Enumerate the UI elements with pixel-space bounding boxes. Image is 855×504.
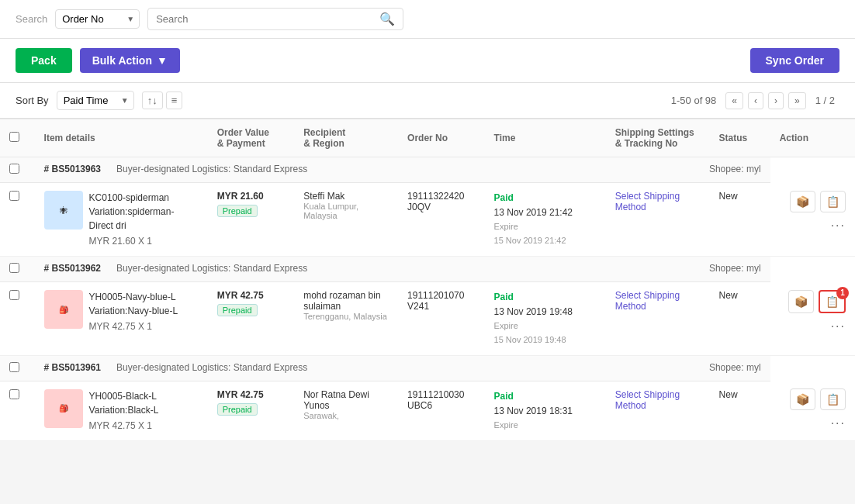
select-all-checkbox[interactable] [9,132,19,142]
time-status: Paid [494,290,597,305]
group-header-cb-cell [0,157,35,183]
copy-icon-button[interactable]: 📋 [820,388,846,410]
row-checkbox-1-0[interactable] [9,290,19,300]
pack-icon-button[interactable]: 📦 [790,191,815,212]
payment-badge: Prepaid [217,403,258,416]
value-cell: MYR 21.60 Prepaid [208,183,295,257]
group-id: # BS5013961 [44,362,101,373]
header-status: Status [710,119,770,157]
order-no: 19111322420 J0QV [407,191,476,212]
recipient-cell: mohd rozaman bin sulaiman Terengganu, Ma… [294,282,398,356]
copy-icon-button[interactable]: 📋 [820,191,846,212]
order-no-cell: 19111201070 V241 [398,282,485,356]
pack-icon-button[interactable]: 📦 [790,388,815,410]
order-no: 19111201070 V241 [407,290,476,312]
status-cell: New [710,381,770,440]
recipient-cell: Steffi Mak Kuala Lumpur, Malaysia [294,183,398,257]
more-button[interactable]: ··· [831,416,846,430]
header-recipient: Recipient& Region [294,119,398,157]
nav-last-button[interactable]: » [788,92,806,109]
product-name: YH0005-Navy-blue-L Variation:Navy-blue-L [89,290,199,318]
more-button[interactable]: ··· [831,319,846,333]
search-input-wrap: 🔍 [147,8,403,30]
recipient-cell: Nor Ratna Dewi Yunos Sarawak, [294,381,398,440]
order-value: MYR 42.75 [217,290,286,301]
group-logistics: Buyer-designated Logistics: Standard Exp… [116,263,307,274]
sync-order-button[interactable]: Sync Order [750,48,839,73]
select-shipping-link[interactable]: Select Shipping Method [615,191,680,212]
search-input[interactable] [156,13,379,25]
time-cell: Paid 13 Nov 2019 18:31 Expire [485,381,606,440]
pagination: 1-50 of 98 « ‹ › » 1 / 2 [666,92,839,109]
row-checkbox-0-0[interactable] [9,191,19,201]
payment-badge: Prepaid [217,205,258,217]
search-button[interactable]: 🔍 [379,12,395,26]
sort-asc-button[interactable]: ↑↓ [142,91,163,109]
time-main: 13 Nov 2019 21:42 [494,205,597,220]
sort-select[interactable]: Paid Time Order No Item Name [64,95,127,106]
row-checkbox-cell [0,381,35,440]
group-id: # BS5013963 [44,164,101,174]
group-checkbox-1[interactable] [9,263,19,273]
nav-next-button[interactable]: › [768,92,784,109]
time-cell: Paid 13 Nov 2019 19:48 Expire 15 Nov 201… [485,282,606,356]
group-checkbox-0[interactable] [9,164,19,174]
bulk-action-button[interactable]: Bulk Action ▼ [80,48,180,73]
select-shipping-link[interactable]: Select Shipping Method [615,389,680,411]
header-order-value: Order Value& Payment [208,119,295,157]
toolbar: Pack Bulk Action ▼ Sync Order [0,39,855,83]
order-type-select-wrap: Order No Item Name Buyer Name ▼ [55,9,140,29]
search-label: Search [16,13,47,25]
pack-button[interactable]: Pack [16,48,72,73]
table-row: 🕷 KC0100-spiderman Variation:spiderman-D… [0,183,855,257]
order-no: 19111210030 UBC6 [407,389,476,411]
product-name: YH0005-Black-L Variation:Black-L [89,389,199,417]
product-name: KC0100-spiderman Variation:spiderman-Dir… [89,191,199,233]
group-header-cell: # BS5013963 Buyer-designated Logistics: … [35,157,770,183]
action-cell: 📦 📋 ··· [770,381,855,440]
status-cell: New [710,282,770,356]
time-status: Paid [494,389,597,404]
recipient-name: Nor Ratna Dewi Yunos [303,389,389,411]
nav-prev-button[interactable]: ‹ [748,92,763,109]
payment-badge: Prepaid [217,304,258,316]
copy-icon-button[interactable]: 📋 1 [819,290,846,313]
action-icons: 📦 📋 [790,191,846,212]
page-info: 1 / 2 [815,95,835,106]
pagination-info: 1-50 of 98 [671,95,717,106]
shipping-cell: Select Shipping Method [606,282,710,356]
table-row: 🎒 YH0005-Navy-blue-L Variation:Navy-blue… [0,282,855,356]
group-header-row: # BS5013963 Buyer-designated Logistics: … [0,157,855,183]
sort-bar: Sort By Paid Time Order No Item Name ▼ ↑… [0,83,855,119]
value-cell: MYR 42.75 Prepaid [208,381,295,440]
pack-icon-button[interactable]: 📦 [788,290,814,313]
time-expire: 15 Nov 2019 19:48 [494,333,597,347]
product-cell: 🎒 YH0005-Navy-blue-L Variation:Navy-blue… [35,282,208,356]
table-row: 🎒 YH0005-Black-L Variation:Black-L MYR 4… [0,381,855,440]
recipient-region: Terengganu, Malaysia [303,312,389,321]
nav-first-button[interactable]: « [725,92,743,109]
header-item-details: Item details [35,119,208,157]
sort-by-label: Sort By [16,95,49,106]
order-no-cell: 19111322420 J0QV [398,183,485,257]
action-icons: 📦 📋 1 [788,290,846,313]
group-checkbox-2[interactable] [9,362,19,372]
time-main: 13 Nov 2019 18:31 [494,404,597,419]
more-button[interactable]: ··· [831,219,846,233]
group-logistics: Buyer-designated Logistics: Standard Exp… [116,164,307,174]
order-table: Item details Order Value& Payment Recipi… [0,119,855,441]
select-shipping-link[interactable]: Select Shipping Method [615,290,680,312]
group-header-cb-cell [0,257,35,282]
status-badge: New [719,290,738,301]
row-checkbox-2-0[interactable] [9,389,19,399]
recipient-region: Sarawak, [303,411,389,420]
group-shopee: Shopee: myl [709,164,761,174]
header-order-no: Order No [398,119,485,157]
row-checkbox-cell [0,282,35,356]
header-checkbox-cell [0,119,35,157]
order-type-select[interactable]: Order No Item Name Buyer Name [62,13,133,25]
product-price: MYR 42.75 X 1 [89,419,199,433]
sort-icons: ↑↓ ≡ [142,91,183,109]
time-expire: 15 Nov 2019 21:42 [494,234,597,248]
sort-list-button[interactable]: ≡ [166,91,183,109]
